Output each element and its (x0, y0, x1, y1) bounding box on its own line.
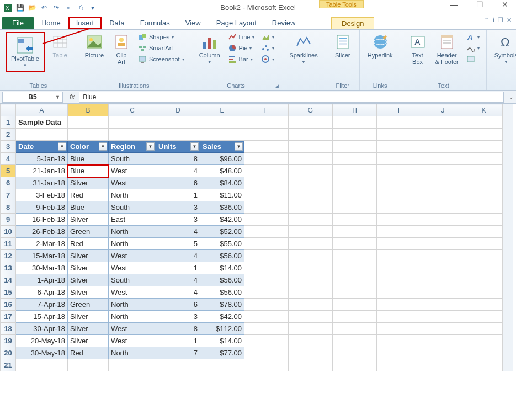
cell-K15[interactable] (465, 286, 503, 299)
cell-D20[interactable]: 7 (156, 347, 200, 359)
redo-icon[interactable]: ↷ (52, 3, 61, 12)
cell-A12[interactable]: 15-Mar-18 (16, 250, 68, 262)
new-icon[interactable]: ▫ (64, 3, 73, 12)
cell-J10[interactable] (421, 226, 465, 238)
pivottable-button[interactable]: PivotTable ▼ (9, 35, 41, 69)
filter-dropdown-icon[interactable]: ▼ (99, 142, 107, 151)
cell-I9[interactable] (377, 214, 421, 226)
name-box[interactable]: B5 ▼ (2, 92, 63, 103)
row-header-3[interactable]: 3 (1, 141, 16, 153)
cell-B10[interactable]: Green (68, 226, 109, 238)
cell-G4[interactable] (289, 153, 333, 165)
cell-I14[interactable] (377, 274, 421, 286)
row-header-12[interactable]: 12 (1, 250, 16, 262)
formula-bar-expand[interactable]: ⌄ (506, 94, 516, 100)
cell-D18[interactable]: 8 (156, 323, 200, 335)
cell-G14[interactable] (289, 274, 333, 286)
cell-K17[interactable] (465, 311, 503, 323)
cell-K7[interactable] (465, 189, 503, 201)
cell-K18[interactable] (465, 323, 503, 335)
cell-K3[interactable] (465, 141, 503, 153)
cell-H12[interactable] (333, 250, 377, 262)
column-header-I[interactable]: I (377, 104, 421, 116)
column-header-E[interactable]: E (200, 104, 244, 116)
cell-E13[interactable]: $14.00 (200, 262, 244, 274)
help-icon[interactable]: ℹ (492, 17, 494, 24)
cell-D3[interactable]: Units▼ (156, 141, 200, 153)
cell-G17[interactable] (289, 311, 333, 323)
cell-C19[interactable]: West (109, 335, 156, 347)
hyperlink-button[interactable]: Hyperlink (365, 32, 395, 60)
cell-H18[interactable] (333, 323, 377, 335)
cell-H10[interactable] (333, 226, 377, 238)
cell-I20[interactable] (377, 347, 421, 359)
cell-H14[interactable] (333, 274, 377, 286)
tab-design[interactable]: Design (331, 17, 374, 29)
cell-E9[interactable]: $42.00 (200, 214, 244, 226)
cell-H13[interactable] (333, 262, 377, 274)
cell-B15[interactable]: Silver (68, 286, 109, 299)
cell-B2[interactable] (68, 129, 109, 141)
cell-K10[interactable] (465, 226, 503, 238)
cell-A2[interactable] (16, 129, 68, 141)
area-chart-button[interactable]: ▾ (260, 32, 275, 42)
cell-J20[interactable] (421, 347, 465, 359)
cell-I4[interactable] (377, 153, 421, 165)
cell-G13[interactable] (289, 262, 333, 274)
column-header-D[interactable]: D (156, 104, 200, 116)
cell-F8[interactable] (244, 201, 289, 214)
row-header-5[interactable]: 5 (1, 165, 16, 177)
cell-I6[interactable] (377, 177, 421, 189)
cell-F10[interactable] (244, 226, 289, 238)
cell-C15[interactable]: West (109, 286, 156, 299)
cell-B21[interactable] (68, 359, 109, 371)
cell-A7[interactable]: 3-Feb-18 (16, 189, 68, 201)
undo-icon[interactable]: ↶ (40, 3, 49, 12)
cell-H1[interactable] (333, 116, 377, 129)
cell-F5[interactable] (244, 165, 289, 177)
cell-F1[interactable] (244, 116, 289, 129)
select-all-corner[interactable] (1, 104, 16, 116)
cell-D17[interactable]: 3 (156, 311, 200, 323)
cell-E4[interactable]: $96.00 (200, 153, 244, 165)
cell-B17[interactable]: Silver (68, 311, 109, 323)
cell-A20[interactable]: 30-May-18 (16, 347, 68, 359)
cell-F11[interactable] (244, 238, 289, 250)
cell-H4[interactable] (333, 153, 377, 165)
tab-view[interactable]: View (178, 17, 209, 29)
column-header-G[interactable]: G (289, 104, 333, 116)
cell-B7[interactable]: Red (68, 189, 109, 201)
cell-K8[interactable] (465, 201, 503, 214)
cell-A10[interactable]: 26-Feb-18 (16, 226, 68, 238)
cell-D14[interactable]: 4 (156, 274, 200, 286)
cell-A14[interactable]: 1-Apr-18 (16, 274, 68, 286)
cell-C8[interactable]: South (109, 201, 156, 214)
cell-C14[interactable]: South (109, 274, 156, 286)
cell-K5[interactable] (465, 165, 503, 177)
minimize-button[interactable]: — (446, 0, 462, 9)
filter-dropdown-icon[interactable]: ▼ (190, 142, 199, 151)
column-header-K[interactable]: K (465, 104, 503, 116)
cell-J12[interactable] (421, 250, 465, 262)
row-header-19[interactable]: 19 (1, 335, 16, 347)
cell-D9[interactable]: 3 (156, 214, 200, 226)
cell-G15[interactable] (289, 286, 333, 299)
cell-E2[interactable] (200, 129, 244, 141)
cell-F2[interactable] (244, 129, 289, 141)
cell-J4[interactable] (421, 153, 465, 165)
cell-F15[interactable] (244, 286, 289, 299)
cell-B8[interactable]: Blue (68, 201, 109, 214)
shapes-button[interactable]: Shapes ▾ (137, 32, 185, 42)
cell-H6[interactable] (333, 177, 377, 189)
cell-I18[interactable] (377, 323, 421, 335)
cell-I17[interactable] (377, 311, 421, 323)
cell-A4[interactable]: 5-Jan-18 (16, 153, 68, 165)
cell-K6[interactable] (465, 177, 503, 189)
wordart-button[interactable]: A▾ (465, 32, 481, 42)
cell-E15[interactable]: $56.00 (200, 286, 244, 299)
cell-A6[interactable]: 31-Jan-18 (16, 177, 68, 189)
row-header-21[interactable]: 21 (1, 359, 16, 371)
cell-G9[interactable] (289, 214, 333, 226)
cell-F18[interactable] (244, 323, 289, 335)
filter-dropdown-icon[interactable]: ▼ (146, 142, 155, 151)
